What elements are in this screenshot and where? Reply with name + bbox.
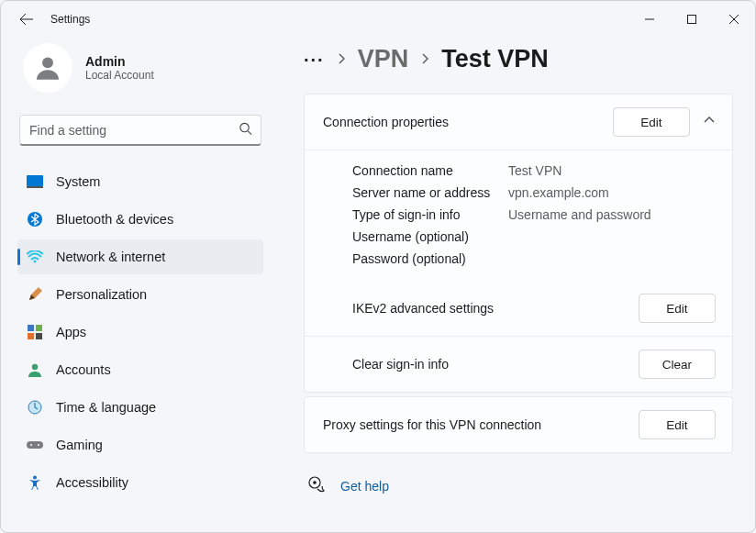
accounts-icon [27,361,43,378]
personalization-icon [27,286,43,303]
svg-rect-7 [28,325,34,331]
network-icon [27,249,43,265]
proxy-settings-card: Proxy settings for this VPN connection E… [304,396,733,453]
chevron-up-icon[interactable] [703,114,716,130]
sidebar-item-accounts[interactable]: Accounts [17,352,263,387]
svg-rect-13 [27,441,43,449]
avatar [23,43,72,93]
sidebar-item-label: Apps [56,325,86,339]
clear-signin-row: Clear sign-in info Clear [305,336,732,392]
time-language-icon [27,399,43,416]
sidebar-item-label: Bluetooth & devices [56,212,173,227]
svg-point-1 [42,57,53,68]
svg-rect-10 [36,333,42,339]
card-title: Connection properties [323,115,449,129]
sidebar-item-time-language[interactable]: Time & language [17,390,263,425]
kv-row: Type of sign-in infoUsername and passwor… [352,204,714,226]
sidebar-item-label: Personalization [56,287,147,302]
sidebar-item-label: Time & language [56,400,156,415]
svg-point-14 [30,444,32,446]
connection-properties-fields: Connection nameTest VPN Server name or a… [305,150,732,281]
clear-signin-button[interactable]: Clear [639,350,716,379]
bluetooth-icon [27,211,43,228]
connection-properties-header[interactable]: Connection properties Edit [305,94,732,150]
kv-row: Server name or addressvpn.example.com [352,182,714,204]
search-input[interactable] [19,115,261,146]
svg-rect-3 [27,175,43,186]
row-label: Proxy settings for this VPN connection [323,417,541,432]
row-label: Clear sign-in info [352,357,449,372]
ikev2-edit-button[interactable]: Edit [639,294,716,323]
kv-row: Connection nameTest VPN [352,160,714,182]
kv-row: Username (optional) [352,226,714,248]
svg-point-15 [38,444,39,446]
system-icon [27,173,43,190]
svg-point-2 [240,123,249,131]
minimize-button[interactable] [628,1,671,38]
window-title: Settings [50,13,90,26]
sidebar-item-label: System [56,174,100,189]
kv-row: Password (optional) [352,248,714,270]
breadcrumb-overflow[interactable]: ··· [304,50,325,69]
breadcrumb: ··· VPN Test VPN [304,38,733,94]
connection-properties-card: Connection properties Edit Connection na… [304,94,733,393]
back-button[interactable] [19,12,34,27]
get-help-link[interactable]: Get help [340,479,389,494]
close-button[interactable] [713,1,755,38]
sidebar-item-label: Gaming [56,438,103,452]
page-title: Test VPN [441,45,549,73]
svg-point-6 [34,261,37,263]
proxy-edit-button[interactable]: Edit [639,410,716,439]
apps-icon [27,324,43,340]
sidebar-item-network[interactable]: Network & internet [17,239,263,274]
sidebar-item-personalization[interactable]: Personalization [17,277,263,312]
gaming-icon [27,437,43,453]
ikev2-row: IKEv2 advanced settings Edit [305,281,732,336]
row-label: IKEv2 advanced settings [352,301,494,316]
chevron-right-icon [419,51,430,68]
search-icon [239,122,252,139]
breadcrumb-parent[interactable]: VPN [358,45,409,73]
chevron-right-icon [336,51,347,68]
sidebar-item-label: Network & internet [56,250,165,264]
maximize-button[interactable] [671,1,713,38]
svg-rect-9 [28,333,34,339]
sidebar-item-accessibility[interactable]: Accessibility [17,465,263,500]
edit-connection-button[interactable]: Edit [613,107,690,137]
svg-rect-8 [36,325,42,331]
proxy-settings-row[interactable]: Proxy settings for this VPN connection E… [305,397,732,452]
profile-subtitle: Local Account [85,69,154,82]
sidebar-item-apps[interactable]: Apps [17,315,263,350]
accessibility-icon [27,474,43,491]
sidebar-item-label: Accounts [56,362,111,377]
svg-rect-0 [688,16,696,24]
svg-point-11 [32,364,38,370]
profile-block[interactable]: Admin Local Account [17,38,263,105]
sidebar-item-system[interactable]: System [17,164,263,199]
svg-point-18 [314,482,316,483]
svg-rect-4 [27,186,43,188]
svg-point-16 [33,476,37,480]
help-icon [307,475,326,497]
sidebar-item-gaming[interactable]: Gaming [17,428,263,462]
sidebar-item-bluetooth[interactable]: Bluetooth & devices [17,202,263,237]
sidebar-item-label: Accessibility [56,475,128,490]
profile-name: Admin [85,54,154,69]
